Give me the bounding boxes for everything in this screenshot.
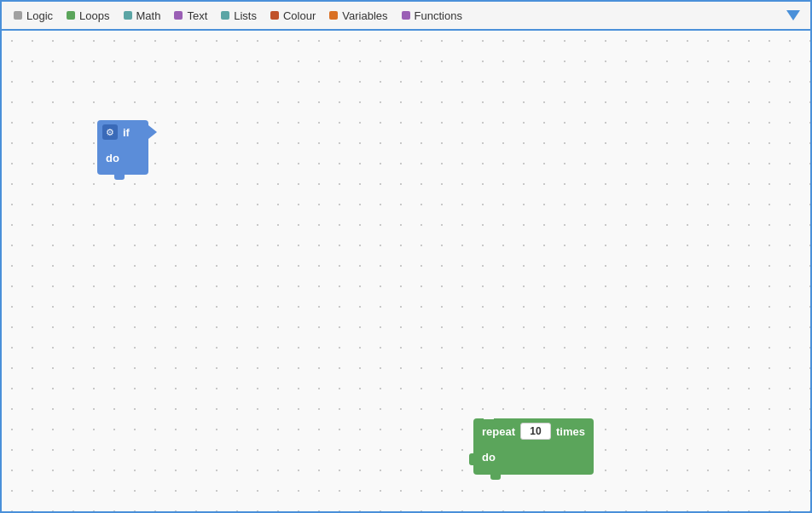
toolbar-label-logic: Logic [26, 9, 53, 22]
toolbar: Logic Loops Math Text Lists Colour Varia… [2, 2, 810, 31]
toolbar-label-loops: Loops [79, 9, 109, 22]
math-dot [124, 11, 132, 20]
repeat-times-label: times [556, 425, 585, 438]
repeat-do-label: do [482, 451, 496, 464]
toolbar-label-math: Math [136, 9, 161, 22]
functions-dot [402, 11, 410, 20]
toolbar-label-colour: Colour [283, 9, 316, 22]
repeat-input[interactable]: 10 [520, 423, 551, 440]
text-dot [174, 11, 183, 20]
colour-dot [270, 11, 279, 20]
toolbar-item-math[interactable]: Math [117, 6, 168, 26]
repeat-block-top[interactable]: repeat 10 times [473, 418, 594, 444]
if-block[interactable]: ⚙ if do [97, 120, 148, 175]
toolbar-label-functions: Functions [415, 9, 462, 22]
toolbar-item-colour[interactable]: Colour [264, 6, 322, 26]
toolbar-item-loops[interactable]: Loops [60, 6, 116, 26]
repeat-label: repeat [482, 425, 515, 438]
toolbar-arrow-icon[interactable] [786, 10, 800, 20]
if-do-label: do [106, 152, 119, 164]
loops-dot [67, 11, 75, 20]
toolbar-label-text: Text [187, 9, 207, 22]
toolbar-item-variables[interactable]: Variables [322, 6, 394, 26]
lists-dot [221, 11, 229, 20]
if-block-top[interactable]: ⚙ if [97, 120, 148, 144]
variables-dot [329, 11, 338, 20]
toolbar-label-lists: Lists [234, 9, 257, 22]
toolbar-label-variables: Variables [342, 9, 387, 22]
toolbar-item-logic[interactable]: Logic [7, 6, 60, 26]
app-container: Logic Loops Math Text Lists Colour Varia… [0, 0, 812, 513]
if-block-bottom[interactable]: do [97, 144, 148, 175]
toolbar-item-functions[interactable]: Functions [395, 6, 469, 26]
repeat-value: 10 [530, 425, 541, 437]
repeat-block-bottom[interactable]: do [473, 444, 594, 475]
repeat-block[interactable]: repeat 10 times do [473, 418, 594, 475]
toolbar-item-text[interactable]: Text [167, 6, 214, 26]
logic-dot [14, 11, 22, 20]
if-label: if [123, 126, 130, 139]
gear-icon[interactable]: ⚙ [102, 124, 118, 140]
toolbar-item-lists[interactable]: Lists [214, 6, 264, 26]
workspace[interactable]: ⚙ if do repeat 10 times do [2, 31, 810, 511]
